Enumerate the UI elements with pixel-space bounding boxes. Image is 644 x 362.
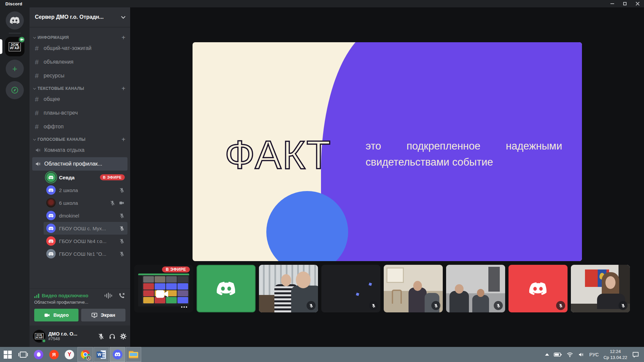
channel-obshchee[interactable]: общее xyxy=(32,93,127,106)
minimize-button[interactable] xyxy=(606,0,619,7)
date: Ср 13.04.22 xyxy=(603,355,627,361)
discord-taskbar-button[interactable] xyxy=(110,347,125,362)
user-panel: ЗОЖ ИГАЙ ДМО г.о. О... #7548 xyxy=(30,325,130,347)
mic-muted-icon xyxy=(369,301,378,310)
start-button[interactable] xyxy=(0,347,15,362)
chevron-down-icon xyxy=(33,87,36,89)
mic-muted-icon xyxy=(494,301,503,310)
server-icon-zozhigay[interactable]: ЗОЖ ИГАЙ xyxy=(5,37,24,56)
hash-icon xyxy=(35,72,44,80)
user-avatar-line1: ЗОЖ xyxy=(36,334,43,336)
slide-definition: это подкрепленное надежными свидетельств… xyxy=(366,140,562,168)
voice-user-list: Севда В ЭФИРЕ 2 школа 6 школа xyxy=(41,171,130,260)
explore-servers-button[interactable] xyxy=(6,81,24,99)
hash-icon xyxy=(35,58,44,66)
video-tile-woman-webcam[interactable] xyxy=(571,265,630,312)
mic-muted-icon xyxy=(431,301,440,310)
tray-expand-icon[interactable] xyxy=(545,353,549,356)
discord-icon xyxy=(113,350,122,359)
language-indicator[interactable]: РУС xyxy=(589,352,599,357)
add-server-button[interactable]: + xyxy=(6,60,24,78)
yandex-button[interactable]: Я xyxy=(46,347,62,362)
voice-user-gbou-sosh-1[interactable]: ГБОУ СОШ №1 "О... xyxy=(44,247,127,260)
more-options-icon[interactable] xyxy=(181,306,187,308)
video-tile-classroom-2[interactable] xyxy=(446,265,505,312)
chrome-button[interactable]: Д xyxy=(77,347,93,362)
video-tile-dark-webcam[interactable] xyxy=(321,265,380,312)
alice-assistant-button[interactable] xyxy=(31,347,46,362)
mic-muted-icon xyxy=(556,301,565,310)
shared-screen-slide[interactable]: ФАКТ это подкрепленное надежными свидете… xyxy=(193,42,582,261)
voice-user-6-shkola[interactable]: 6 школа xyxy=(44,196,127,209)
participant-video-strip: В ЭФИРЕ xyxy=(134,265,630,312)
voice-user-gbou-oosh-muh[interactable]: ГБОУ ООШ с. Мух... xyxy=(44,222,127,235)
section-information[interactable]: ИНФОРМАЦИЯ + xyxy=(30,32,130,41)
discord-window: Discord ЗОЖ ИГАЙ + xyxy=(0,0,644,362)
server-name: Сервер ДМО г.о. Отрадн... xyxy=(35,14,104,20)
avatar xyxy=(46,224,56,233)
chevron-down-icon xyxy=(33,36,36,39)
add-channel-icon[interactable]: + xyxy=(121,86,125,91)
word-button[interactable]: W xyxy=(94,347,109,362)
voice-user-gbou-oosh-4[interactable]: ГБОУ ООШ №4 г.о... xyxy=(44,235,127,247)
hash-icon xyxy=(35,109,44,117)
channel-obshchiy-chat[interactable]: общий-чат-зожигай xyxy=(32,42,127,55)
chrome-profile-badge: Д xyxy=(86,356,91,360)
file-explorer-button[interactable] xyxy=(126,347,141,362)
server-header[interactable]: Сервер ДМО г.о. Отрадн... xyxy=(30,7,130,27)
voice-activity-icon[interactable] xyxy=(105,293,112,299)
channel-resursy[interactable]: ресурсы xyxy=(32,69,127,82)
add-channel-icon[interactable]: + xyxy=(121,137,125,142)
section-text-channels[interactable]: ТЕКСТОВЫЕ КАНАЛЫ + xyxy=(30,83,130,92)
video-tile-boys-webcam[interactable] xyxy=(259,265,318,312)
server-avatar-line2: ИГАЙ xyxy=(10,47,20,50)
voice-user-sevda[interactable]: Севда В ЭФИРЕ xyxy=(44,171,127,184)
video-tile-discord-green[interactable] xyxy=(197,265,256,312)
voice-user-2-shkola[interactable]: 2 школа xyxy=(44,184,127,196)
screen-share-button[interactable]: Экран xyxy=(81,309,125,321)
chevron-down-icon xyxy=(33,138,36,140)
add-channel-icon[interactable]: + xyxy=(121,35,125,40)
discriminator: #7548 xyxy=(48,337,95,341)
video-tile-stream-preview[interactable]: В ЭФИРЕ xyxy=(134,265,193,312)
mic-muted-icon xyxy=(119,238,125,244)
volume-icon[interactable] xyxy=(578,351,585,358)
action-center-button[interactable] xyxy=(632,351,639,358)
close-button[interactable] xyxy=(631,0,644,7)
yandex-browser-icon: Y xyxy=(65,350,74,359)
headphones-icon[interactable] xyxy=(109,333,116,340)
folder-icon xyxy=(129,351,138,358)
battery-icon[interactable] xyxy=(554,352,562,357)
channel-obyavleniya[interactable]: объявления xyxy=(32,55,127,69)
voice-channel-oblastnoy[interactable]: Областной профилак... xyxy=(32,157,127,171)
settings-gear-icon[interactable] xyxy=(120,333,127,340)
user-avatar[interactable]: ЗОЖ ИГАЙ xyxy=(33,330,46,343)
maximize-button[interactable] xyxy=(619,0,631,7)
mic-muted-icon[interactable] xyxy=(98,333,105,340)
mic-muted-icon xyxy=(119,187,125,193)
task-view-button[interactable] xyxy=(15,347,31,362)
home-button[interactable] xyxy=(6,11,24,29)
disconnect-icon[interactable] xyxy=(118,292,125,299)
voice-channel-komnata-otdyha[interactable]: Комната отдыха xyxy=(32,143,127,157)
mic-muted-icon xyxy=(110,200,115,206)
user-avatar-line2: ИГАЙ xyxy=(36,336,43,339)
clock[interactable]: 12:24 Ср 13.04.22 xyxy=(603,349,627,360)
hash-icon xyxy=(35,45,44,52)
yandex-browser-button[interactable]: Y xyxy=(62,347,77,362)
video-tile-discord-red[interactable] xyxy=(508,265,568,312)
wifi-icon[interactable] xyxy=(567,351,573,358)
online-status-icon xyxy=(42,339,46,343)
video-button[interactable]: Видео xyxy=(34,309,78,321)
voice-user-dmokinel[interactable]: dmokinel xyxy=(44,209,127,222)
section-voice-channels[interactable]: ГОЛОСОВЫЕ КАНАЛЫ + xyxy=(30,134,130,143)
discord-logo-icon xyxy=(528,281,548,297)
channel-plany-vstrech[interactable]: планы-встреч xyxy=(32,106,127,120)
mic-muted-icon xyxy=(619,301,628,310)
connection-panel: Видео подключено Областной профилактиче.… xyxy=(30,288,130,325)
username: ДМО г.о. О... xyxy=(48,331,95,337)
hash-icon xyxy=(35,96,44,103)
channel-offtop[interactable]: оффтоп xyxy=(32,120,127,133)
mic-muted-icon xyxy=(119,251,125,257)
video-tile-classroom-1[interactable] xyxy=(384,265,443,312)
